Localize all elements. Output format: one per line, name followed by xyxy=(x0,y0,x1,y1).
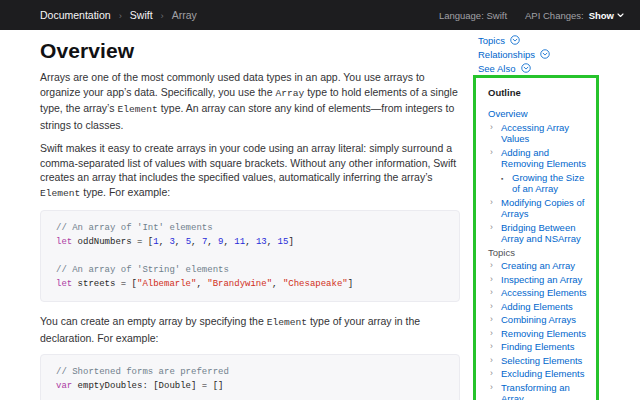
overview-paragraph-3: You can create an empty array by specify… xyxy=(40,314,460,345)
code-token: emptyDoubles: [Double] = [] xyxy=(72,381,223,391)
outline-item-transforming-an-array[interactable]: ›Transforming an Array xyxy=(488,382,590,400)
breadcrumb-swift[interactable]: Swift xyxy=(130,9,153,21)
code-token: var xyxy=(56,381,72,391)
outline-item-label: Adding and Removing Elements xyxy=(501,147,586,170)
code-line: var emptyDoubles: [Double] = [] xyxy=(56,379,444,393)
outline-item-modifying-copies-of-arrays[interactable]: ›Modifying Copies of Arrays xyxy=(488,197,590,220)
outline-item-adding-elements[interactable]: ›Adding Elements xyxy=(488,301,590,313)
outline-bullet-icon: › xyxy=(490,314,493,326)
inline-code: Element xyxy=(267,317,307,328)
outline-item-label: Transforming an Array xyxy=(501,382,570,400)
code-token: let xyxy=(56,279,72,289)
section-toggle-topics[interactable]: Topics xyxy=(478,33,550,47)
code-token: "Brandywine" xyxy=(207,279,272,289)
chevron-circle-icon xyxy=(540,49,550,59)
code-token: , xyxy=(245,237,256,247)
outline-list: Overview›Accessing Array Values›Adding a… xyxy=(488,108,590,400)
breadcrumb-documentation[interactable]: Documentation xyxy=(40,9,111,21)
chevron-circle-icon xyxy=(521,63,531,73)
outline-item-label: Combining Arrays xyxy=(501,314,576,325)
outline-bullet-icon: › xyxy=(490,122,493,134)
overview-paragraph-2: Swift makes it easy to create arrays in … xyxy=(40,141,460,201)
inline-code: Element xyxy=(117,104,157,115)
outline-bullet-icon: › xyxy=(490,341,493,353)
outline-panel-highlighted: Outline Overview›Accessing Array Values›… xyxy=(473,75,599,400)
language-selector[interactable]: Language: Swift xyxy=(439,10,507,21)
code-token: , xyxy=(196,279,207,289)
code-token: ] xyxy=(348,279,353,289)
outline-item-adding-and-removing-elements[interactable]: ›Adding and Removing Elements xyxy=(488,147,590,170)
code-block-array-literals: // An array of 'Int' elementslet oddNumb… xyxy=(40,210,460,302)
outline-item-label: Growing the Size of an Array xyxy=(512,172,584,195)
outline-item-combining-arrays[interactable]: ›Combining Arrays xyxy=(488,314,590,326)
top-navigation-bar: Documentation›Swift›Array Language: Swif… xyxy=(0,0,640,30)
section-toggle-see-also[interactable]: See Also xyxy=(478,61,550,75)
section-toggle-label: Topics xyxy=(478,35,505,46)
code-token: , xyxy=(207,237,218,247)
outline-item-label: Accessing Elements xyxy=(501,287,587,298)
outline-bullet-icon: › xyxy=(490,287,493,299)
outline-item-bridging-between-array-and-nsarray[interactable]: ›Bridging Between Array and NSArray xyxy=(488,222,590,245)
outline-bullet-icon: › xyxy=(490,222,493,234)
outline-bullet-icon: › xyxy=(490,355,493,367)
code-token: , xyxy=(175,237,186,247)
article-content: Overview Arrays are one of the most comm… xyxy=(40,30,460,400)
text-run: Swift makes it easy to create arrays in … xyxy=(40,142,456,183)
code-block-empty-array: // Shortened forms are preferredvar empt… xyxy=(40,354,460,400)
outline-item-removing-elements[interactable]: ›Removing Elements xyxy=(488,328,590,340)
outline-item-label: Bridging Between Array and NSArray xyxy=(501,222,581,245)
code-token: 11 xyxy=(234,237,245,247)
outline-item-label: Excluding Elements xyxy=(501,368,584,379)
text-run: type. For example: xyxy=(80,186,170,198)
section-toggle-relationships[interactable]: Relationships xyxy=(478,47,550,61)
code-token: "Chesapeake" xyxy=(283,279,348,289)
inline-code: Array xyxy=(275,88,304,99)
text-run: You can create an empty array by specify… xyxy=(40,315,267,327)
overview-paragraph-1: Arrays are one of the most commonly used… xyxy=(40,70,460,132)
code-line: // An array of 'String' elements xyxy=(56,263,444,277)
breadcrumb-separator: › xyxy=(119,10,122,21)
outline-item-label: Overview xyxy=(488,108,528,119)
code-token: let xyxy=(56,237,72,247)
outline-header-topics: Topics xyxy=(488,247,590,259)
outline-item-excluding-elements[interactable]: ›Excluding Elements xyxy=(488,368,590,380)
section-toggle-label: Relationships xyxy=(478,49,535,60)
outline-item-label: Modifying Copies of Arrays xyxy=(501,197,584,220)
code-token: oddNumbers = [ xyxy=(72,237,153,247)
breadcrumb-array: Array xyxy=(172,9,197,21)
outline-item-selecting-elements[interactable]: ›Selecting Elements xyxy=(488,355,590,367)
breadcrumb-separator: › xyxy=(161,10,164,21)
outline-item-label: Accessing Array Values xyxy=(501,122,569,145)
code-token: streets = [ xyxy=(72,279,137,289)
outline-item-accessing-elements[interactable]: ›Accessing Elements xyxy=(488,287,590,299)
code-line: let oddNumbers = [1, 3, 5, 7, 9, 11, 13,… xyxy=(56,235,444,249)
code-token: // An array of 'Int' elements xyxy=(56,223,213,233)
page-title: Overview xyxy=(40,39,460,63)
outline-bullet-icon: › xyxy=(490,147,493,159)
outline-item-label: Adding Elements xyxy=(501,301,573,312)
outline-bullet-icon: › xyxy=(490,197,493,209)
outline-item-label: Selecting Elements xyxy=(501,355,582,366)
outline-bullet-icon: › xyxy=(490,368,493,380)
outline-item-accessing-array-values[interactable]: ›Accessing Array Values xyxy=(488,122,590,145)
code-line: let streets = ["Albemarle", "Brandywine"… xyxy=(56,277,444,291)
code-line: // An array of 'Int' elements xyxy=(56,221,444,235)
api-changes-toggle[interactable]: Show xyxy=(589,10,624,21)
outline-item-label: Finding Elements xyxy=(501,341,574,352)
nav-right-controls: Language: Swift API Changes: Show xyxy=(439,10,624,21)
outline-bullet-icon: › xyxy=(490,274,493,286)
outline-item-overview[interactable]: Overview xyxy=(488,108,590,120)
breadcrumb: Documentation›Swift›Array xyxy=(40,9,197,21)
outline-item-label: Removing Elements xyxy=(501,328,586,339)
outline-item-creating-an-array[interactable]: ›Creating an Array xyxy=(488,260,590,272)
outline-item-inspecting-an-array[interactable]: ›Inspecting an Array xyxy=(488,274,590,286)
chevron-down-icon xyxy=(617,13,624,18)
outline-item-label: Creating an Array xyxy=(501,260,575,271)
outline-item-label: Inspecting an Array xyxy=(501,274,582,285)
outline-bullet-icon: › xyxy=(490,301,493,313)
code-token: "Albemarle" xyxy=(137,279,196,289)
outline-bullet-icon: › xyxy=(490,260,493,272)
outline-bullet-icon: › xyxy=(490,328,493,340)
outline-item-growing-the-size-of-an-array[interactable]: ▪Growing the Size of an Array xyxy=(488,172,590,195)
outline-item-finding-elements[interactable]: ›Finding Elements xyxy=(488,341,590,353)
